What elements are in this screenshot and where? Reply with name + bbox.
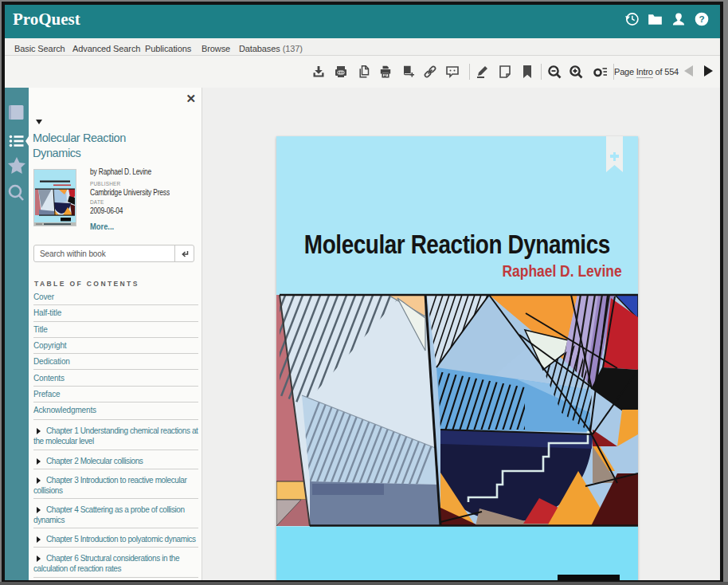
svg-text:?: ? — [699, 14, 704, 24]
